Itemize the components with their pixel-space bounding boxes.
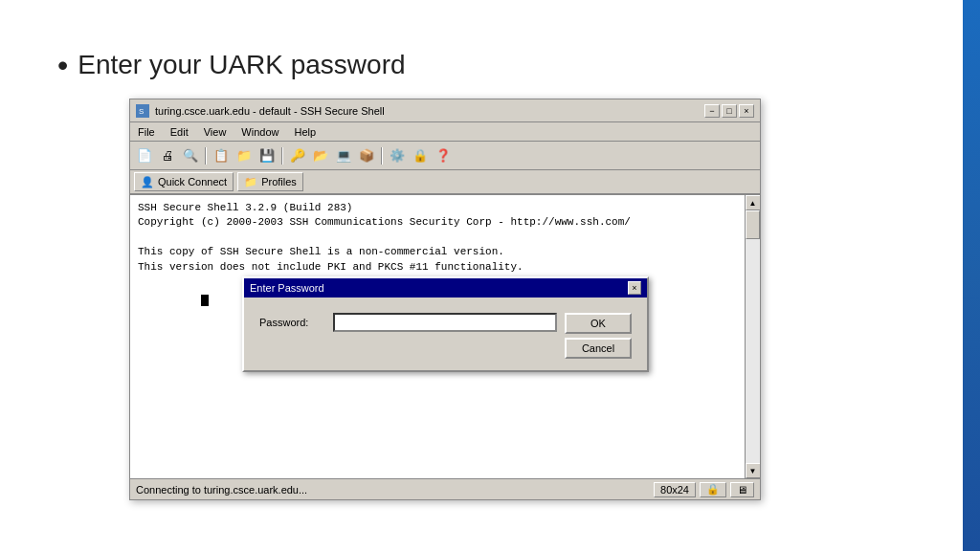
profiles-icon: 📁 [244,176,257,188]
profiles-label: Profiles [261,176,297,187]
scrollbar-thumb[interactable] [746,210,760,239]
menu-file[interactable]: File [136,126,157,138]
menu-edit[interactable]: Edit [168,126,190,138]
toolbar-settings-btn[interactable]: ⚙️ [387,145,408,166]
toolbar-sep-3 [381,147,383,165]
dialog-close-button[interactable]: × [628,281,641,295]
dialog-title-label: Enter Password [250,282,324,294]
toolbar-btn-10[interactable]: 📦 [356,145,377,166]
window-title: turing.csce.uark.edu - default - SSH Sec… [155,105,385,117]
status-icon-1: 🔒 [700,482,726,497]
terminal-line-4: This copy of SSH Secure Shell is a non-c… [138,245,737,259]
slide: • Enter your UARK password S turing.csce… [0,0,980,551]
accent-bar [963,0,980,551]
toolbar-btn-8[interactable]: 📂 [310,145,331,166]
toolbar-sep-1 [205,147,207,165]
dialog-password-input[interactable] [333,313,557,332]
status-dimensions: 80x24 [654,482,696,497]
toolbar-help-btn[interactable]: ❓ [433,145,454,166]
scrollbar-up[interactable]: ▲ [746,195,761,210]
toolbar-btn-5[interactable]: 📁 [234,145,255,166]
dialog-content-row: Password: OK Cancel [259,313,632,359]
dialog-ok-button[interactable]: OK [565,313,632,334]
toolbar: 📄 🖨 🔍 📋 📁 💾 🔑 📂 💻 📦 ⚙️ 🔒 ❓ [130,142,760,170]
toolbar-search-btn[interactable]: 🔍 [180,145,201,166]
terminal-cursor [201,295,209,306]
quick-connect-label: Quick Connect [158,176,227,187]
title-bar-left: S turing.csce.uark.edu - default - SSH S… [136,104,385,118]
svg-text:S: S [139,107,144,116]
scrollbar-track[interactable] [746,210,760,463]
status-bar: Connecting to turing.csce.uark.edu... 80… [130,478,760,499]
nav-bar: 👤 Quick Connect 📁 Profiles [130,170,760,195]
maximize-button[interactable]: □ [722,104,737,118]
toolbar-sep-2 [281,147,283,165]
status-icon-2: 🖥 [730,482,754,497]
enter-password-dialog: Enter Password × Password: OK Cancel [242,276,649,372]
scrollbar: ▲ ▼ [745,195,760,478]
toolbar-btn-4[interactable]: 📋 [211,145,232,166]
title-bar-controls: − □ × [704,104,754,118]
dialog-password-row: Password: [259,313,557,332]
scrollbar-down[interactable]: ▼ [746,463,761,478]
status-connecting: Connecting to turing.csce.uark.edu... [136,484,650,496]
terminal-line-2: Copyright (c) 2000-2003 SSH Communicatio… [138,215,737,230]
dialog-buttons: OK Cancel [557,313,632,359]
bullet-text: • Enter your UARK password [57,50,406,80]
title-bar: S turing.csce.uark.edu - default - SSH S… [130,99,760,122]
bullet-label: Enter your UARK password [78,50,405,80]
bullet-dot: • [57,50,68,80]
toolbar-btn-6[interactable]: 💾 [256,145,278,166]
quick-connect-button[interactable]: 👤 Quick Connect [134,172,234,191]
ssh-icon: S [136,104,149,118]
dialog-password-label: Password: [259,317,322,328]
quick-connect-icon: 👤 [141,176,154,188]
terminal-line-5: This version does not include PKI and PK… [138,260,737,275]
profiles-button[interactable]: 📁 Profiles [237,172,303,191]
terminal-line-3 [138,231,737,245]
dialog-cancel-button[interactable]: Cancel [565,338,632,359]
menu-bar: File Edit View Window Help [130,122,760,142]
menu-window[interactable]: Window [239,126,280,138]
toolbar-new-btn[interactable]: 📄 [134,145,155,166]
minimize-button[interactable]: − [704,104,720,118]
window-close-button[interactable]: × [739,104,754,118]
ssh-window: S turing.csce.uark.edu - default - SSH S… [129,99,761,500]
menu-view[interactable]: View [202,126,229,138]
toolbar-btn-9[interactable]: 💻 [333,145,354,166]
terminal-line-1: SSH Secure Shell 3.2.9 (Build 283) [138,201,737,215]
dialog-body: Password: OK Cancel [244,298,647,370]
toolbar-btn-12[interactable]: 🔒 [410,145,431,166]
menu-help[interactable]: Help [292,126,318,138]
toolbar-btn-7[interactable]: 🔑 [287,145,308,166]
dialog-title-bar: Enter Password × [244,278,647,298]
toolbar-print-btn[interactable]: 🖨 [157,145,178,166]
